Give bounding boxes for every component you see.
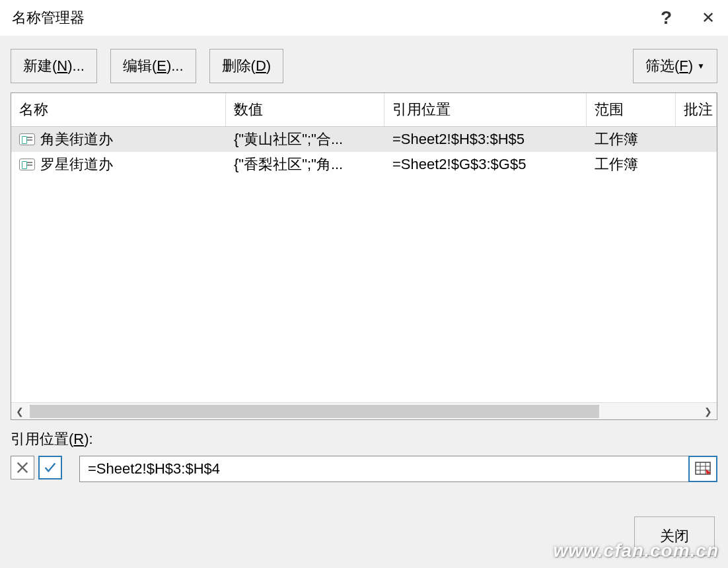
col-name[interactable]: 名称 <box>11 93 226 126</box>
row-value: {"黄山社区";"合... <box>226 127 384 152</box>
scroll-left-icon[interactable]: ❮ <box>11 406 28 417</box>
names-list: 名称 数值 引用位置 范围 批注 角美街道办 {"黄山社区";"合... =Sh… <box>11 92 717 420</box>
delete-button[interactable]: 删除(D) <box>209 49 284 83</box>
scroll-thumb[interactable] <box>30 405 599 418</box>
row-comment <box>676 162 717 167</box>
range-picker-icon <box>694 460 712 478</box>
list-body: 角美街道办 {"黄山社区";"合... =Sheet2!$H$3:$H$5 工作… <box>11 127 717 402</box>
horizontal-scrollbar[interactable]: ❮ ❯ <box>11 402 717 419</box>
row-scope: 工作簿 <box>587 152 676 177</box>
col-value[interactable]: 数值 <box>226 93 384 126</box>
list-header: 名称 数值 引用位置 范围 批注 <box>11 93 717 127</box>
list-row[interactable]: 罗星街道办 {"香梨社区";"角... =Sheet2!$G$3:$G$5 工作… <box>11 152 717 177</box>
row-refersto: =Sheet2!$H$3:$H$5 <box>384 128 587 151</box>
refers-to-input[interactable] <box>79 456 688 482</box>
defined-name-icon <box>19 159 35 170</box>
dialog-title: 名称管理器 <box>12 8 85 28</box>
refers-to-section: 引用位置(R): <box>11 429 717 482</box>
col-scope[interactable]: 范围 <box>587 93 676 126</box>
help-icon[interactable]: ? <box>661 7 672 28</box>
col-comment[interactable]: 批注 <box>676 93 717 126</box>
scroll-right-icon[interactable]: ❯ <box>700 406 717 417</box>
list-row[interactable]: 角美街道办 {"黄山社区";"合... =Sheet2!$H$3:$H$5 工作… <box>11 127 717 152</box>
close-icon[interactable]: ✕ <box>702 9 715 27</box>
check-icon <box>43 460 57 475</box>
chevron-down-icon: ▼ <box>697 61 705 71</box>
accept-edit-button[interactable] <box>38 456 62 479</box>
titlebar: 名称管理器 ? ✕ <box>0 0 728 36</box>
filter-button[interactable]: 筛选(F) ▼ <box>633 49 717 83</box>
toolbar: 新建(N)... 编辑(E)... 删除(D) 筛选(F) ▼ <box>0 36 728 86</box>
row-value: {"香梨社区";"角... <box>226 152 384 177</box>
edit-button[interactable]: 编辑(E)... <box>110 49 196 83</box>
new-button[interactable]: 新建(N)... <box>11 49 97 83</box>
cancel-edit-button[interactable] <box>11 456 34 479</box>
row-refersto: =Sheet2!$G$3:$G$5 <box>384 153 587 176</box>
col-refersto[interactable]: 引用位置 <box>384 93 587 126</box>
range-picker-button[interactable] <box>688 456 717 482</box>
row-scope: 工作簿 <box>587 127 676 152</box>
dialog-footer: 关闭 <box>634 516 715 556</box>
row-comment <box>676 137 717 142</box>
x-icon <box>15 460 30 475</box>
close-button[interactable]: 关闭 <box>634 516 715 556</box>
row-name: 罗星街道办 <box>40 155 113 174</box>
row-name: 角美街道办 <box>40 129 113 149</box>
refers-to-label: 引用位置(R): <box>11 429 717 449</box>
defined-name-icon <box>19 133 35 145</box>
